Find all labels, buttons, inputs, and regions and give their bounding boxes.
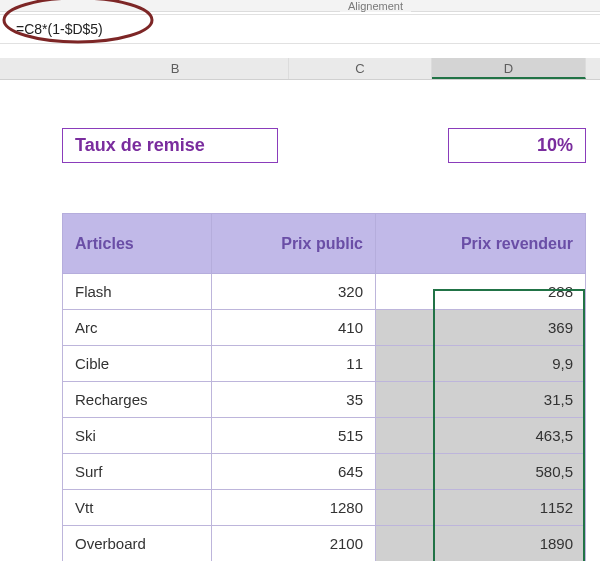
cell-article[interactable]: Ski <box>63 418 212 454</box>
col-header-C[interactable]: C <box>289 58 432 79</box>
table-row: Overboard21001890 <box>63 526 586 562</box>
discount-label-cell[interactable]: Taux de remise <box>62 128 278 163</box>
cell-article[interactable]: Arc <box>63 310 212 346</box>
table-row: Recharges3531,5 <box>63 382 586 418</box>
table-row: Ski515463,5 <box>63 418 586 454</box>
cell-article[interactable]: Overboard <box>63 526 212 562</box>
table-header-row: Articles Prix public Prix revendeur <box>63 214 586 274</box>
ribbon-strip <box>0 0 600 12</box>
cell-prix-revendeur[interactable]: 288 <box>376 274 586 310</box>
discount-row: Taux de remise 10% <box>62 128 586 163</box>
cell-prix-public[interactable]: 1280 <box>212 490 376 526</box>
column-headers: B C D <box>0 58 600 80</box>
cell-article[interactable]: Recharges <box>63 382 212 418</box>
discount-value-cell[interactable]: 10% <box>448 128 586 163</box>
header-prix-revendeur[interactable]: Prix revendeur <box>376 214 586 274</box>
cell-prix-revendeur[interactable]: 1890 <box>376 526 586 562</box>
col-header-D[interactable]: D <box>432 58 586 79</box>
cell-article[interactable]: Vtt <box>63 490 212 526</box>
worksheet[interactable]: Taux de remise 10% Articles Prix public … <box>0 80 600 561</box>
header-articles[interactable]: Articles <box>63 214 212 274</box>
cell-prix-revendeur[interactable]: 1152 <box>376 490 586 526</box>
cell-prix-revendeur[interactable]: 31,5 <box>376 382 586 418</box>
col-header-B[interactable]: B <box>62 58 289 79</box>
price-table: Articles Prix public Prix revendeur Flas… <box>62 213 586 561</box>
cell-prix-public[interactable]: 11 <box>212 346 376 382</box>
formula-text: =C8*(1-$D$5) <box>16 21 103 37</box>
cell-prix-revendeur[interactable]: 580,5 <box>376 454 586 490</box>
cell-prix-public[interactable]: 2100 <box>212 526 376 562</box>
cell-prix-revendeur[interactable]: 9,9 <box>376 346 586 382</box>
cell-article[interactable]: Flash <box>63 274 212 310</box>
table-row: Flash320288 <box>63 274 586 310</box>
cell-article[interactable]: Surf <box>63 454 212 490</box>
table-row: Arc410369 <box>63 310 586 346</box>
table-row: Surf645580,5 <box>63 454 586 490</box>
table-row: Vtt12801152 <box>63 490 586 526</box>
cell-prix-public[interactable]: 515 <box>212 418 376 454</box>
cell-prix-public[interactable]: 410 <box>212 310 376 346</box>
cell-prix-revendeur[interactable]: 369 <box>376 310 586 346</box>
table-row: Cible119,9 <box>63 346 586 382</box>
cell-prix-public[interactable]: 35 <box>212 382 376 418</box>
cell-prix-public[interactable]: 320 <box>212 274 376 310</box>
header-prix-public[interactable]: Prix public <box>212 214 376 274</box>
cell-prix-revendeur[interactable]: 463,5 <box>376 418 586 454</box>
cell-prix-public[interactable]: 645 <box>212 454 376 490</box>
formula-bar[interactable]: =C8*(1-$D$5) <box>0 14 600 44</box>
cell-article[interactable]: Cible <box>63 346 212 382</box>
alignment-group-label: Alignement <box>340 0 411 12</box>
